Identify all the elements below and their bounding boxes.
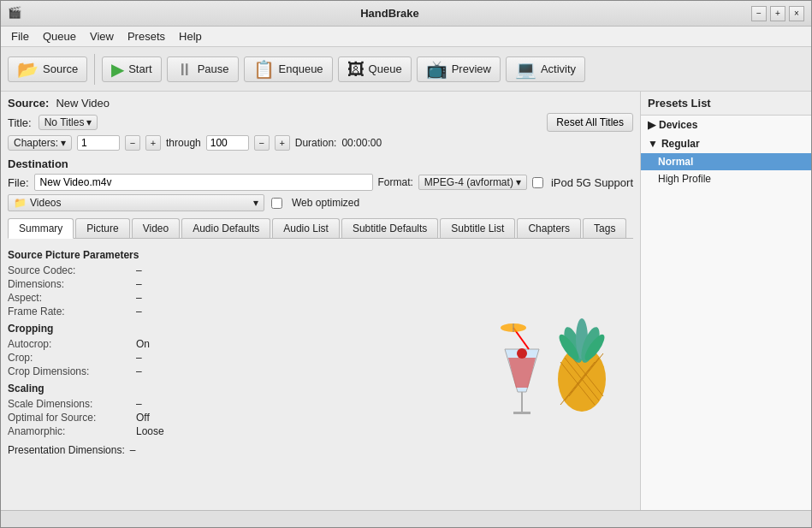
presets-panel: Presets List ▶ Devices ▼ Regular Normal (640, 92, 811, 510)
main-content: Source: New Video Title: No Titles ▾ Res… (1, 92, 811, 510)
format-select[interactable]: MPEG-4 (avformat) ▾ (418, 175, 527, 190)
queue-button[interactable]: 🖼 Queue (338, 56, 412, 82)
tab-summary[interactable]: Summary (8, 218, 74, 239)
activity-button[interactable]: 💻 Activity (506, 56, 585, 82)
toolbar-separator-1 (94, 54, 95, 85)
folder-row: 📁 Videos ▾ Web optimized (8, 194, 633, 211)
chapters-dropdown-icon: ▾ (61, 137, 66, 149)
devices-group-label: Devices (659, 119, 697, 131)
tab-picture[interactable]: Picture (75, 218, 129, 238)
preset-group-regular-header[interactable]: ▼ Regular (641, 134, 811, 153)
svg-rect-3 (513, 412, 530, 414)
folder-select[interactable]: 📁 Videos ▾ (8, 194, 264, 211)
menu-view[interactable]: View (83, 28, 121, 44)
folder-icon: 📁 (14, 197, 27, 209)
source-button[interactable]: 📂 Source (8, 56, 87, 82)
queue-icon: 🖼 (347, 61, 365, 78)
duration-label: Duration: (295, 137, 337, 149)
svg-marker-1 (508, 358, 536, 388)
chapters-label: Chapters: (14, 137, 58, 149)
preview-label: Preview (452, 62, 491, 75)
source-row: Source: New Video (8, 97, 633, 110)
file-row: File: Format: MPEG-4 (avformat) ▾ iPod 5… (8, 174, 633, 191)
chapters-to-increment[interactable]: + (275, 135, 290, 151)
chapters-from-decrement[interactable]: − (125, 135, 140, 151)
preset-high-profile-label: High Profile (658, 173, 711, 185)
menu-file[interactable]: File (4, 28, 36, 44)
menu-queue[interactable]: Queue (36, 28, 83, 44)
start-button[interactable]: ▶ Start (102, 56, 161, 82)
pres-dim-label: Presentation Dimensions: (8, 444, 125, 456)
cropping-grid: Autocrop: On Crop: – Crop Dimensions: – (8, 338, 462, 377)
left-panel: Source: New Video Title: No Titles ▾ Res… (1, 92, 640, 510)
web-optimized-label: Web optimized (292, 197, 359, 209)
regular-group-label: Regular (661, 138, 700, 150)
crop-dimensions-key: Crop Dimensions: (8, 365, 136, 377)
tab-audio-list[interactable]: Audio List (272, 218, 340, 238)
title-bar: 🎬 HandBrake − + × (1, 1, 811, 27)
handbrake-mascot (488, 298, 625, 468)
summary-left: Source Picture Parameters Source Codec: … (8, 244, 462, 505)
pause-icon: ⏸ (176, 61, 193, 78)
preset-group-regular: ▼ Regular Normal High Profile (641, 134, 811, 187)
ipod-checkbox[interactable] (532, 177, 543, 188)
tab-video[interactable]: Video (132, 218, 180, 238)
through-label: through (166, 137, 201, 149)
preset-group-devices-header[interactable]: ▶ Devices (641, 116, 811, 134)
preview-button[interactable]: 📺 Preview (417, 56, 501, 82)
crop-key: Crop: (8, 352, 136, 364)
status-bar (1, 510, 811, 527)
preset-item-high-profile[interactable]: High Profile (641, 170, 811, 187)
regular-expand-icon: ▼ (648, 138, 658, 150)
title-row: Title: No Titles ▾ Reset All Titles (8, 113, 633, 132)
close-button[interactable]: × (789, 6, 804, 21)
scaling-title: Scaling (8, 383, 462, 395)
title-select[interactable]: No Titles ▾ (39, 115, 98, 130)
chapters-select[interactable]: Chapters: ▾ (8, 135, 72, 151)
anamorphic-key: Anamorphic: (8, 425, 136, 437)
preset-group-devices: ▶ Devices (641, 116, 811, 134)
title-label-text: Title: (8, 116, 32, 129)
scaling-grid: Scale Dimensions: – Optimal for Source: … (8, 398, 462, 437)
svg-point-4 (517, 348, 527, 359)
chapters-from-increment[interactable]: + (145, 135, 161, 151)
minimize-button[interactable]: − (751, 6, 767, 21)
menu-help[interactable]: Help (172, 28, 209, 44)
pause-button[interactable]: ⏸ Pause (167, 56, 239, 82)
preview-icon: 📺 (426, 61, 447, 78)
source-icon: 📂 (17, 61, 39, 78)
pres-dim-row: Presentation Dimensions: – (8, 444, 462, 456)
enqueue-button[interactable]: 📋 Enqueue (244, 56, 333, 82)
activity-icon: 💻 (515, 61, 536, 78)
optimal-source-key: Optimal for Source: (8, 412, 136, 424)
format-dropdown-icon: ▾ (516, 176, 521, 188)
devices-expand-icon: ▶ (648, 119, 655, 131)
autocrop-key: Autocrop: (8, 338, 136, 350)
tab-chapters[interactable]: Chapters (517, 218, 581, 238)
tab-subtitle-list[interactable]: Subtitle List (440, 218, 515, 238)
menu-presets[interactable]: Presets (121, 28, 172, 44)
folder-dropdown-icon: ▾ (253, 197, 258, 209)
chapters-to-input[interactable] (206, 135, 249, 151)
crop-dimensions-val: – (136, 365, 264, 377)
chapters-to-decrement[interactable]: − (254, 135, 270, 151)
title-bar-controls: − + × (751, 6, 804, 21)
title-dropdown-icon: ▾ (86, 116, 92, 128)
tab-subtitle-defaults[interactable]: Subtitle Defaults (341, 218, 438, 238)
source-value: New Video (56, 97, 110, 110)
maximize-button[interactable]: + (770, 6, 785, 21)
main-window: 🎬 HandBrake − + × File Queue View Preset… (0, 0, 812, 528)
tab-audio-defaults[interactable]: Audio Defaults (181, 218, 270, 238)
chapters-from-input[interactable] (77, 135, 120, 151)
tabs-bar: Summary Picture Video Audio Defaults Aud… (8, 218, 633, 239)
file-input[interactable] (34, 174, 373, 191)
activity-label: Activity (541, 62, 576, 75)
preset-normal-label: Normal (658, 156, 693, 168)
svg-rect-2 (521, 392, 523, 413)
web-optimized-checkbox[interactable] (271, 198, 282, 209)
optimal-source-val: Off (136, 412, 264, 424)
cropping-title: Cropping (8, 323, 462, 335)
reset-all-titles-button[interactable]: Reset All Titles (547, 113, 633, 132)
preset-item-normal[interactable]: Normal (641, 153, 811, 170)
tab-tags[interactable]: Tags (583, 218, 626, 238)
